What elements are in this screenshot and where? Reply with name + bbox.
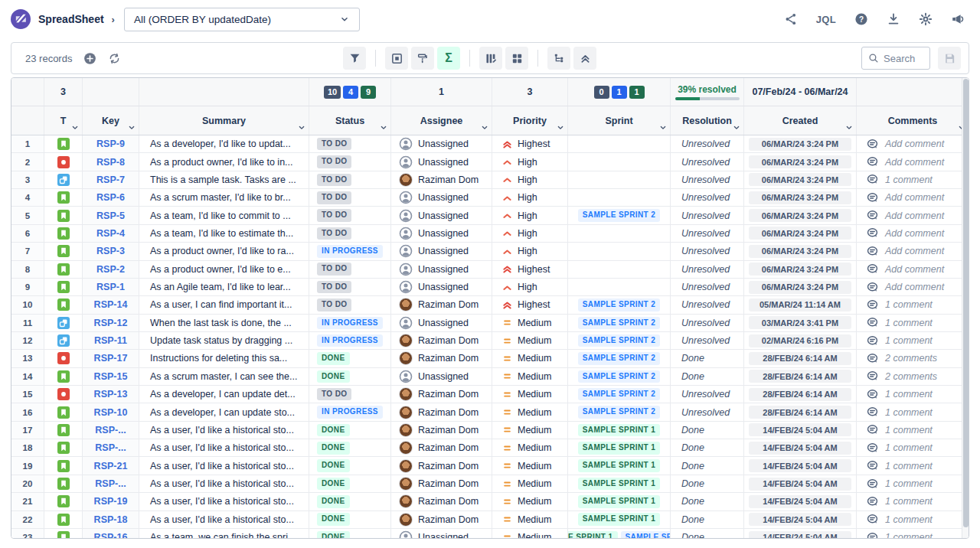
aggregate-rownum[interactable] — [11, 78, 44, 106]
summary-cell[interactable]: This is a sample task. Tasks are ... — [139, 171, 309, 188]
sprint-cell[interactable]: SAMPLE SPRINT 2 — [568, 207, 671, 223]
issue-type-cell[interactable] — [44, 439, 83, 456]
sprint-cell[interactable]: SAMPLE SPRINT 1 — [568, 422, 671, 439]
status-cell[interactable]: IN PROGRESS — [309, 403, 391, 420]
aggregate-type[interactable]: 3 — [44, 78, 83, 106]
priority-cell[interactable]: Medium — [492, 439, 568, 456]
row-number[interactable]: 6 — [11, 225, 44, 242]
issue-key-cell[interactable]: RSP-14 — [83, 296, 139, 313]
sprint-cell[interactable]: SAMPLE SPRINT 2 — [568, 332, 671, 349]
assignee-cell[interactable]: Unassigned — [391, 529, 492, 539]
sort-chevron-icon[interactable] — [844, 123, 854, 132]
row-number[interactable]: 7 — [11, 243, 44, 259]
summary-cell[interactable]: As a user, I'd like a historical sto... — [139, 475, 309, 492]
aggregate-sprint[interactable]: 011 — [568, 78, 671, 106]
summary-cell[interactable]: As a user, I'd like a historical sto... — [139, 422, 309, 439]
created-cell[interactable]: 28/FEB/24 6:14 AM — [744, 350, 857, 367]
fit-view-button[interactable] — [385, 47, 408, 70]
row-number[interactable]: 15 — [11, 386, 44, 403]
comments-cell[interactable]: 1 comment — [857, 332, 969, 349]
created-cell[interactable]: 28/FEB/24 6:14 AM — [744, 368, 857, 385]
sort-chevron-icon[interactable] — [556, 123, 565, 132]
sprint-cell[interactable] — [568, 153, 671, 170]
assignee-cell[interactable]: Unassigned — [391, 135, 492, 152]
status-cell[interactable]: TO DO — [309, 171, 391, 188]
issue-key-cell[interactable]: RSP-19 — [83, 493, 139, 510]
created-cell[interactable]: 14/FEB/24 5:04 AM — [744, 475, 857, 492]
comments-cell[interactable]: 1 comment — [857, 439, 969, 456]
comments-cell[interactable]: 1 comment — [857, 493, 969, 510]
issue-key-link[interactable]: RSP-... — [95, 478, 126, 489]
created-cell[interactable]: 14/FEB/24 5:04 AM — [744, 511, 857, 528]
status-cell[interactable]: TO DO — [309, 225, 391, 242]
sprint-count-badge[interactable]: 0 — [594, 86, 609, 99]
sort-chevron-icon[interactable] — [480, 123, 489, 132]
assignee-cell[interactable]: Raziman Dom — [391, 332, 492, 349]
assignee-cell[interactable]: Unassigned — [391, 189, 492, 206]
issue-key-cell[interactable]: RSP-6 — [83, 189, 139, 206]
issue-type-cell[interactable] — [44, 368, 83, 385]
sprint-cell[interactable]: SAMPLE SPRINT 2 — [568, 403, 671, 420]
issue-type-cell[interactable] — [44, 493, 83, 510]
assignee-cell[interactable]: Unassigned — [391, 225, 492, 242]
status-cell[interactable]: DONE — [309, 475, 391, 492]
issue-key-link[interactable]: RSP-7 — [96, 175, 125, 185]
resolution-cell[interactable]: Unresolved — [671, 296, 744, 313]
resolution-cell[interactable]: Done — [671, 368, 744, 385]
resolution-cell[interactable]: Done — [671, 511, 744, 528]
sprint-cell[interactable] — [568, 261, 671, 278]
resolution-cell[interactable]: Unresolved — [671, 261, 744, 278]
priority-cell[interactable]: Medium — [492, 511, 568, 528]
resolution-cell[interactable]: Unresolved — [671, 403, 744, 420]
summary-cell[interactable]: As a product owner, I'd like to ra... — [139, 243, 309, 259]
created-cell[interactable]: 14/FEB/24 5:04 AM — [744, 529, 857, 539]
status-cell[interactable]: TO DO — [309, 261, 391, 278]
issue-key-cell[interactable]: RSP-4 — [83, 225, 139, 242]
status-cell[interactable]: DONE — [309, 439, 391, 456]
assignee-cell[interactable]: Unassigned — [391, 368, 492, 385]
sprint-count-badge[interactable]: 1 — [629, 86, 645, 99]
created-cell[interactable]: 06/MAR/24 3:24 PM — [744, 243, 857, 259]
issue-key-link[interactable]: RSP-8 — [96, 157, 125, 168]
issue-type-cell[interactable] — [44, 171, 83, 188]
sprint-cell[interactable] — [568, 171, 671, 188]
sprint-cell[interactable]: SAMPLE SPRINT 2 — [568, 386, 671, 403]
issue-type-cell[interactable] — [44, 315, 83, 331]
priority-cell[interactable]: Highest — [492, 261, 568, 278]
issue-key-link[interactable]: RSP-12 — [94, 318, 128, 328]
issue-key-link[interactable]: RSP-14 — [94, 299, 128, 310]
column-header-assignee[interactable]: Assignee — [391, 106, 492, 135]
issue-key-link[interactable]: RSP-11 — [94, 335, 127, 346]
priority-cell[interactable]: Medium — [492, 403, 568, 420]
row-number[interactable]: 23 — [11, 529, 44, 539]
created-cell[interactable]: 14/FEB/24 5:04 AM — [744, 439, 857, 456]
scrollbar-thumb[interactable] — [963, 79, 969, 527]
summary-cell[interactable]: As a scrum master, I'd like to br... — [139, 189, 309, 206]
status-cell[interactable]: TO DO — [309, 189, 391, 206]
issue-key-link[interactable]: RSP-1 — [96, 282, 125, 292]
summary-cell[interactable]: As a team, I'd like to commit to ... — [139, 207, 309, 223]
aggregate-key[interactable] — [83, 78, 139, 106]
resolution-cell[interactable]: Unresolved — [671, 207, 744, 223]
issue-type-cell[interactable] — [44, 279, 83, 295]
jql-button[interactable]: JQL — [816, 14, 836, 25]
sort-chevron-icon[interactable] — [70, 123, 80, 132]
assignee-cell[interactable]: Unassigned — [391, 261, 492, 278]
created-cell[interactable]: 06/MAR/24 3:24 PM — [744, 279, 857, 295]
summary-cell[interactable]: As a scrum master, I can see the... — [139, 368, 309, 385]
comments-cell[interactable]: Add comment — [857, 261, 969, 278]
priority-cell[interactable]: Medium — [492, 315, 568, 331]
help-icon[interactable]: ? — [854, 12, 868, 26]
resolution-cell[interactable]: Unresolved — [671, 189, 744, 206]
comments-cell[interactable]: 1 comment — [857, 457, 969, 474]
status-cell[interactable]: DONE — [309, 511, 391, 528]
sprint-cell[interactable]: SAMPLE SPRINT 2 — [568, 350, 671, 367]
issue-key-link[interactable]: RSP-... — [95, 425, 126, 435]
priority-cell[interactable]: Medium — [492, 493, 568, 510]
comments-cell[interactable]: 1 comment — [857, 315, 969, 331]
sprint-cell[interactable]: SAMPLE SPRINT 1 — [568, 475, 671, 492]
issue-key-cell[interactable]: RSP-13 — [83, 386, 139, 403]
row-number[interactable]: 9 — [11, 279, 44, 295]
issue-type-cell[interactable] — [44, 403, 83, 420]
created-cell[interactable]: 14/FEB/24 5:04 AM — [744, 422, 857, 439]
